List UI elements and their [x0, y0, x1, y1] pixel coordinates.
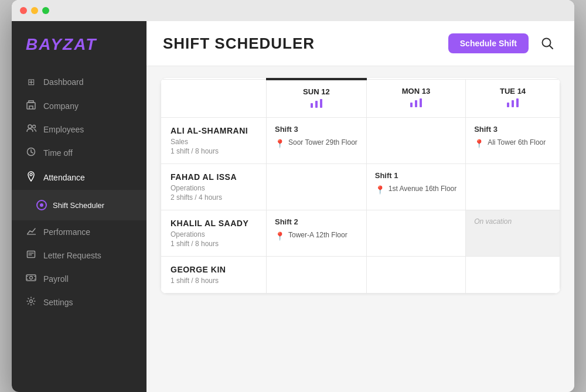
location-pin-icon: 📍: [275, 139, 285, 148]
app-layout: BAYZAT ⊞ Dashboard Company: [12, 21, 574, 392]
col-header-mon: MON 13: [366, 79, 465, 118]
sidebar-item-letter-requests[interactable]: Letter Requests: [12, 243, 146, 267]
employee-dept: Operations: [171, 184, 257, 192]
sidebar-item-settings[interactable]: Settings: [12, 290, 146, 314]
shift-cell-mon[interactable]: [366, 118, 465, 164]
payroll-icon: [26, 274, 36, 284]
svg-rect-18: [516, 98, 519, 107]
svg-rect-13: [410, 103, 413, 107]
shift-cell-tue[interactable]: [466, 257, 560, 294]
col-day-label: TUE 14: [500, 87, 526, 96]
chart-icon-tue[interactable]: [506, 98, 520, 110]
svg-rect-15: [420, 98, 422, 107]
timeoff-icon: [26, 147, 36, 158]
chart-icon-mon[interactable]: [409, 98, 423, 110]
chart-icon-sun[interactable]: [309, 98, 323, 110]
svg-rect-16: [507, 103, 509, 107]
employee-name: KHALIL AL SAADY: [171, 219, 257, 228]
employee-shifts: 1 shift / 8 hours: [171, 147, 257, 155]
location-pin-icon: 📍: [375, 185, 385, 195]
col-header-sun: SUN 12: [267, 79, 367, 118]
shift-cell-sun[interactable]: [267, 257, 367, 294]
app-window: BAYZAT ⊞ Dashboard Company: [12, 0, 574, 392]
shift-cell-sun[interactable]: Shift 2 📍 Tower-A 12th Floor: [267, 210, 367, 257]
sidebar-item-label: Time off: [43, 148, 73, 158]
employee-name: ALI AL-SHAMRANI: [171, 126, 257, 135]
employee-cell: GEORGE KIN 1 shift / 8 hours: [161, 257, 267, 294]
location-text: Tower-A 12th Floor: [288, 231, 347, 239]
sidebar-item-label: Letter Requests: [43, 251, 101, 260]
shift-location: 📍 Soor Tower 29th Floor: [275, 138, 358, 148]
shift-location: 📍 Ali Tower 6th Floor: [474, 138, 551, 148]
svg-rect-11: [315, 101, 318, 108]
settings-icon: [26, 296, 36, 308]
sidebar-item-company[interactable]: Company: [12, 94, 146, 118]
svg-point-2: [32, 125, 35, 128]
svg-rect-5: [28, 251, 35, 258]
schedule-shift-button[interactable]: Schedule Shift: [448, 33, 529, 53]
company-icon: [26, 100, 36, 111]
col-header-tue: TUE 14: [466, 79, 560, 118]
svg-rect-17: [512, 100, 514, 107]
page-header: SHIFT SCHEDULER Schedule Shift: [146, 21, 574, 66]
attendance-icon: [26, 171, 36, 183]
location-pin-icon: 📍: [275, 231, 285, 241]
svg-rect-6: [26, 275, 36, 281]
sidebar-item-employees[interactable]: Employees: [12, 118, 146, 141]
shift-cell-mon[interactable]: [366, 257, 465, 294]
maximize-dot[interactable]: [42, 7, 49, 14]
svg-rect-12: [320, 99, 322, 108]
shift-cell-sun[interactable]: Shift 3 📍 Soor Tower 29th Floor: [267, 118, 367, 164]
page-title: SHIFT SCHEDULER: [163, 35, 315, 53]
sidebar-item-payroll[interactable]: Payroll: [12, 267, 146, 290]
sidebar-item-timeoff[interactable]: Time off: [12, 141, 146, 165]
table-row: FAHAD AL ISSA Operations 2 shifts / 4 ho…: [161, 164, 560, 210]
col-day-label: SUN 12: [303, 87, 330, 96]
col-day-label: MON 13: [402, 87, 430, 96]
svg-point-1: [28, 125, 32, 128]
employee-shifts: 2 shifts / 4 hours: [171, 193, 257, 202]
letter-icon: [26, 250, 36, 261]
shift-cell-tue[interactable]: [466, 164, 560, 210]
table-row: ALI AL-SHAMRANI Sales 1 shift / 8 hours …: [161, 118, 560, 164]
sidebar-item-attendance[interactable]: Attendance: [12, 165, 146, 190]
schedule-table: SUN 12: [161, 78, 560, 294]
location-text: 1st Avenue 16th Floor: [389, 185, 457, 193]
employee-dept: Operations: [171, 230, 257, 238]
employee-shifts: 1 shift / 8 hours: [171, 240, 257, 248]
minimize-dot[interactable]: [31, 7, 38, 14]
search-button[interactable]: [537, 33, 558, 54]
location-text: Ali Tower 6th Floor: [488, 138, 546, 146]
sidebar-item-performance[interactable]: Performance: [12, 220, 146, 243]
shift-label: Shift 2: [275, 217, 358, 226]
svg-point-7: [30, 277, 33, 279]
shift-cell-mon[interactable]: [366, 210, 465, 257]
employee-cell: KHALIL AL SAADY Operations 1 shift / 8 h…: [161, 210, 267, 257]
sub-item-label: Shift Scheduler: [53, 201, 104, 210]
sidebar-item-shift-scheduler[interactable]: Shift Scheduler: [12, 195, 146, 216]
svg-rect-10: [311, 103, 313, 108]
main-content: SHIFT SCHEDULER Schedule Shift: [146, 21, 574, 392]
shift-cell-tue[interactable]: Shift 3 📍 Ali Tower 6th Floor: [466, 118, 560, 164]
svg-point-4: [30, 173, 32, 176]
shift-label: Shift 3: [474, 125, 551, 134]
calendar-container: SUN 12: [146, 66, 574, 392]
sidebar-item-label: Employees: [43, 125, 84, 134]
employee-name: GEORGE KIN: [171, 265, 257, 274]
svg-rect-14: [415, 100, 417, 107]
sidebar: BAYZAT ⊞ Dashboard Company: [12, 21, 146, 392]
shift-cell-sun[interactable]: [267, 164, 367, 210]
shift-label: Shift 1: [375, 171, 457, 180]
sidebar-item-label: Payroll: [43, 274, 69, 284]
employee-dept: Sales: [171, 138, 257, 146]
shift-cell-mon[interactable]: Shift 1 📍 1st Avenue 16th Floor: [366, 164, 465, 210]
sidebar-item-dashboard[interactable]: ⊞ Dashboard: [12, 70, 146, 94]
sub-dot-icon: [36, 200, 47, 210]
shift-label: Shift 3: [275, 125, 358, 134]
close-dot[interactable]: [20, 7, 27, 14]
location-text: Soor Tower 29th Floor: [288, 138, 357, 146]
shift-cell-vacation: On vacation: [466, 210, 560, 257]
svg-point-8: [30, 300, 33, 303]
sidebar-item-label: Performance: [43, 227, 90, 237]
sidebar-item-label: Settings: [43, 298, 73, 307]
